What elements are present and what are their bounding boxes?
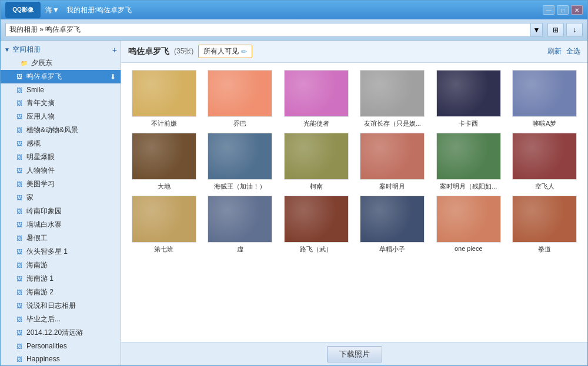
sidebar-item-label-8: 美图学习 (26, 179, 116, 189)
sidebar-item-label-7: 人物物件 (26, 166, 116, 176)
sidebar-item-11[interactable]: 🖼 墙城白水寨 (1, 218, 121, 231)
visibility-edit-icon[interactable]: ✏ (241, 48, 247, 56)
album-icon-21: 🖼 (15, 354, 24, 364)
album-icon-8: 🖼 (15, 180, 24, 189)
select-all-btn[interactable]: 全选 (566, 46, 580, 56)
album-icon-20: 🖼 (15, 341, 24, 351)
toolbar: 我的相册 » 鸣佐卓罗飞 ▼ ⊞ ↓ (1, 19, 587, 41)
photo-thumb-10 (436, 133, 501, 180)
photo-label-12: 第七班 (154, 245, 173, 254)
main-window: QQ影像 海▼ 我的相册:鸣佐卓罗飞 — □ ✕ 我的相册 » 鸣佐卓罗飞 ▼ … (0, 0, 588, 366)
sidebar-item-0[interactable]: 🖼 鸣佐卓罗飞 ⬇ (1, 70, 121, 83)
main-content: ▼ 空间相册 + 📁 夕辰东 🖼 鸣佐卓罗飞 ⬇ 🖼 Smile 🖼 青年文摘 … (1, 41, 587, 365)
photo-item-9[interactable]: 案时明月 (357, 133, 429, 191)
photo-thumb-12 (132, 196, 196, 243)
sidebar-item-17[interactable]: 🖼 说说和日志相册 (1, 299, 121, 313)
sidebar-item-19[interactable]: 🖼 2014.12.20清远游 (1, 326, 121, 340)
visibility-label: 所有人可见 (203, 46, 239, 56)
sidebar-item-label-17: 说说和日志相册 (26, 301, 116, 311)
grid-view-btn[interactable]: ⊞ (547, 23, 564, 37)
sidebar-item-label-20: Personalities (26, 342, 116, 350)
photo-thumb-17 (512, 196, 577, 243)
album-icon-9: 🖼 (15, 193, 24, 203)
photo-item-13[interactable]: 虚 (205, 196, 276, 254)
photo-item-15[interactable]: 草帽小子 (357, 196, 429, 254)
sidebar-item-9[interactable]: 🖼 家 (1, 191, 121, 204)
sidebar-item-7[interactable]: 🖼 人物物件 (1, 164, 121, 177)
sidebar-item-label-2: 青年文摘 (26, 98, 116, 108)
sidebar: ▼ 空间相册 + 📁 夕辰东 🖼 鸣佐卓罗飞 ⬇ 🖼 Smile 🖼 青年文摘 … (1, 41, 121, 365)
album-icon-1: 🖼 (15, 85, 24, 95)
sidebar-item-subdirectory[interactable]: 📁 夕辰东 (1, 56, 121, 70)
album-icon-17: 🖼 (15, 301, 24, 311)
album-icon-10: 🖼 (15, 207, 24, 216)
sidebar-item-8[interactable]: 🖼 美图学习 (1, 177, 121, 191)
photo-item-2[interactable]: 光能使者 (280, 70, 352, 128)
sidebar-item-14[interactable]: 🖼 海南游 (1, 258, 121, 272)
refresh-btn[interactable]: 刷新 (547, 46, 562, 56)
photo-item-16[interactable]: one piece (433, 196, 505, 254)
sidebar-header[interactable]: ▼ 空间相册 + (1, 43, 121, 56)
sidebar-item-16[interactable]: 🖼 海南游 2 (1, 286, 121, 299)
photo-item-6[interactable]: 大地 (128, 133, 200, 191)
photo-item-8[interactable]: 柯南 (280, 133, 352, 191)
photo-item-4[interactable]: 卡卡西 (433, 70, 505, 128)
restore-btn[interactable]: □ (557, 5, 569, 15)
album-icon-2: 🖼 (15, 99, 24, 108)
path-bar: 我的相册 » 鸣佐卓罗飞 (5, 23, 531, 37)
visibility-badge: 所有人可见 ✏ (198, 45, 252, 58)
sidebar-item-18[interactable]: 🖼 毕业之后... (1, 313, 121, 326)
photo-footer: 下载照片 (121, 342, 587, 365)
sidebar-item-10[interactable]: 🖼 岭南印象园 (1, 204, 121, 218)
path-dropdown[interactable]: ▼ (531, 23, 543, 37)
sidebar-item-label-9: 家 (26, 193, 116, 203)
photo-label-0: 不计前嫌 (151, 119, 177, 128)
sidebar-item-label-1: Smile (26, 86, 116, 94)
sidebar-item-6[interactable]: 🖼 明星爆眼 (1, 150, 121, 164)
sidebar-item-15[interactable]: 🖼 海南游 1 (1, 272, 121, 286)
album-icon-0: 🖼 (15, 72, 24, 82)
photo-label-14: 路飞（武） (300, 245, 332, 254)
sidebar-item-5[interactable]: 🖼 感概 (1, 137, 121, 150)
expand-icon: ▼ (4, 46, 10, 53)
photo-item-0[interactable]: 不计前嫌 (128, 70, 200, 128)
sidebar-item-20[interactable]: 🖼 Personalities (1, 340, 121, 352)
sidebar-header-label: 空间相册 (12, 45, 41, 55)
photo-label-15: 草帽小子 (379, 245, 405, 254)
photo-item-3[interactable]: 友谊长存（只是娱... (357, 70, 429, 128)
sidebar-item-label-0: 鸣佐卓罗飞 (26, 72, 110, 82)
photo-item-11[interactable]: 空飞人 (509, 133, 581, 191)
photo-item-10[interactable]: 案时明月（残阳如... (433, 133, 505, 191)
menu-btn[interactable]: 海▼ (45, 5, 59, 15)
close-btn[interactable]: ✕ (571, 5, 583, 15)
photo-item-7[interactable]: 海贼王（加油！） (205, 133, 276, 191)
sidebar-item-2[interactable]: 🖼 青年文摘 (1, 96, 121, 110)
sidebar-item-4[interactable]: 🖼 植物&动物&风景 (1, 123, 121, 137)
photo-item-5[interactable]: 哆啦A梦 (509, 70, 581, 128)
album-icon-13: 🖼 (15, 247, 24, 257)
album-icon-5: 🖼 (15, 139, 24, 149)
sidebar-item-3[interactable]: 🖼 应用人物 (1, 110, 121, 123)
photo-label-4: 卡卡西 (459, 119, 478, 128)
sort-btn[interactable]: ↓ (566, 23, 583, 37)
sidebar-item-label-13: 伙头智多星 1 (26, 247, 116, 257)
add-album-btn[interactable]: + (112, 45, 117, 55)
photo-thumb-4 (436, 70, 501, 117)
album-icon-15: 🖼 (15, 274, 24, 284)
photo-item-14[interactable]: 路飞（武） (280, 196, 352, 254)
photo-grid: 不计前嫌乔巴光能使者友谊长存（只是娱...卡卡西哆啦A梦大地海贼王（加油！）柯南… (121, 63, 587, 342)
folder-icon: 📁 (19, 59, 29, 68)
photo-header-actions: 刷新 全选 (547, 46, 580, 56)
photo-item-1[interactable]: 乔巴 (205, 70, 276, 128)
photo-item-12[interactable]: 第七班 (128, 196, 200, 254)
sidebar-item-13[interactable]: 🖼 伙头智多星 1 (1, 245, 121, 258)
download-arrow-icon: ⬇ (110, 73, 116, 81)
minimize-btn[interactable]: — (543, 5, 554, 15)
photo-thumb-2 (284, 70, 349, 117)
sidebar-item-21[interactable]: 🖼 Happiness (1, 352, 121, 365)
sidebar-item-1[interactable]: 🖼 Smile (1, 83, 121, 96)
download-btn[interactable]: 下载照片 (327, 346, 382, 362)
photo-item-17[interactable]: 拳道 (509, 196, 581, 254)
sidebar-item-label-15: 海南游 1 (26, 274, 116, 284)
sidebar-item-12[interactable]: 🖼 暑假工 (1, 231, 121, 245)
